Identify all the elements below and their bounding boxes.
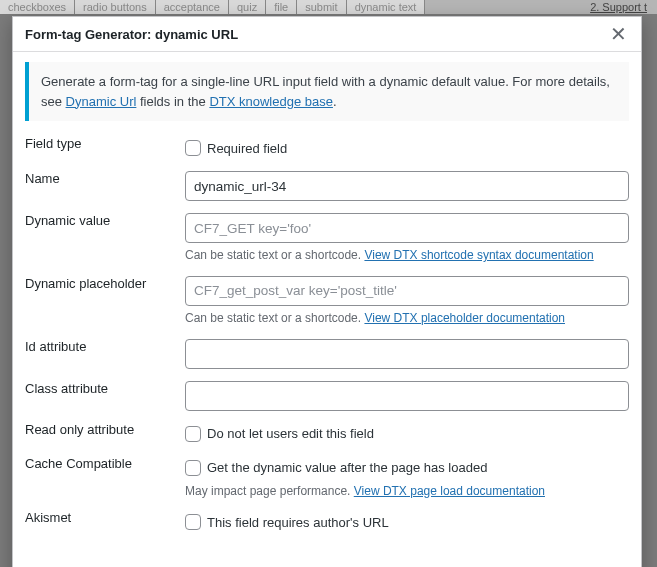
akismet-checkbox[interactable] [185, 514, 201, 530]
label-id-attribute: Id attribute [25, 333, 185, 375]
cache-checkbox[interactable] [185, 460, 201, 476]
background-tabs: checkboxes radio buttons acceptance quiz… [0, 0, 657, 14]
label-readonly: Read only attribute [25, 417, 185, 451]
form-tag-dialog: Form-tag Generator: dynamic URL ✕ Genera… [12, 16, 642, 567]
bg-tab[interactable]: submit [297, 0, 346, 14]
bg-tab[interactable]: dynamic text [347, 0, 426, 14]
dynamic-placeholder-input[interactable] [185, 276, 629, 306]
bg-tab[interactable]: checkboxes [0, 0, 75, 14]
help-text: May impact page performance. [185, 484, 354, 498]
label-cache: Cache Compatible [25, 451, 185, 506]
info-text: . [333, 94, 337, 109]
dialog-body: Generate a form-tag for a single-line UR… [13, 52, 641, 567]
shortcode-docs-link[interactable]: View DTX shortcode syntax documentation [364, 248, 593, 262]
class-input[interactable] [185, 381, 629, 411]
close-button[interactable]: ✕ [606, 24, 631, 44]
form-table: Field type Required field Name Dynamic v… [25, 131, 629, 567]
label-dynamic-value: Dynamic value [25, 207, 185, 270]
readonly-checkbox[interactable] [185, 426, 201, 442]
info-link-knowledge-base[interactable]: DTX knowledge base [209, 94, 333, 109]
label-field-type: Field type [25, 131, 185, 165]
required-checkbox[interactable] [185, 140, 201, 156]
page-load-docs-link[interactable]: View DTX page load documentation [354, 484, 545, 498]
support-link[interactable]: 2. Support t [590, 1, 647, 13]
cache-label-text: Get the dynamic value after the page has… [207, 460, 487, 475]
readonly-label-text: Do not let users edit this field [207, 426, 374, 441]
label-name: Name [25, 165, 185, 207]
id-input[interactable] [185, 339, 629, 369]
bg-tab[interactable]: acceptance [156, 0, 229, 14]
placeholder-docs-link[interactable]: View DTX placeholder documentation [364, 311, 565, 325]
cache-help: May impact page performance. View DTX pa… [185, 483, 629, 500]
dialog-title: Form-tag Generator: dynamic URL [25, 27, 238, 42]
required-label: Required field [207, 141, 287, 156]
dynamic-value-input[interactable] [185, 213, 629, 243]
bg-tab[interactable]: radio buttons [75, 0, 156, 14]
dynamic-value-help: Can be static text or a shortcode. View … [185, 247, 629, 264]
bg-tab[interactable]: file [266, 0, 297, 14]
label-dynamic-placeholder: Dynamic placeholder [25, 270, 185, 333]
info-text: fields in the [136, 94, 209, 109]
dynamic-placeholder-help: Can be static text or a shortcode. View … [185, 310, 629, 327]
name-input[interactable] [185, 171, 629, 201]
dialog-header: Form-tag Generator: dynamic URL ✕ [13, 17, 641, 52]
help-text: Can be static text or a shortcode. [185, 311, 364, 325]
label-class-attribute: Class attribute [25, 375, 185, 417]
info-box: Generate a form-tag for a single-line UR… [25, 62, 629, 121]
bg-tab[interactable]: quiz [229, 0, 266, 14]
info-link-dynamic-url[interactable]: Dynamic Url [66, 94, 137, 109]
akismet-label-text: This field requires author's URL [207, 515, 389, 530]
label-akismet: Akismet [25, 505, 185, 539]
close-icon: ✕ [610, 23, 627, 45]
help-text: Can be static text or a shortcode. [185, 248, 364, 262]
